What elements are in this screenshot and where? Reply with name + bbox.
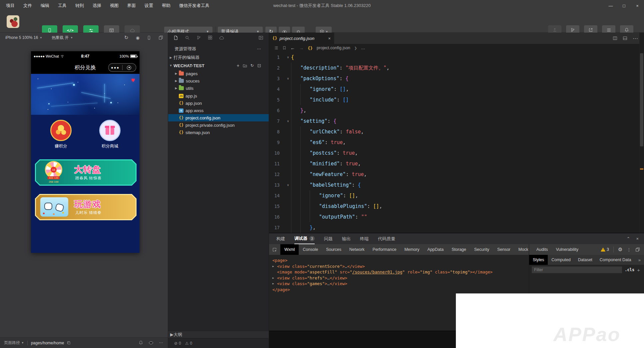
close-button[interactable]: × [631,0,644,11]
folder-pages[interactable]: ▶ pages [168,70,269,77]
refresh-icon[interactable]: ↻ [250,63,254,68]
menu-devtools[interactable]: 微信开发者工具 [179,3,209,9]
record-icon[interactable]: ◉ [136,35,140,40]
collapse-all-icon[interactable] [257,64,261,68]
outline-icon[interactable] [274,46,278,50]
devtools-tab-console[interactable]: Console [299,244,322,255]
tab-output[interactable]: 输出 [342,233,351,244]
scrollbar[interactable] [639,33,644,233]
menu-settings[interactable]: 设置 [145,3,153,9]
new-rule-button[interactable]: + [637,267,641,273]
lucky-wheel-banner[interactable]: 18 888 188 268 168 大转盘 踏春风 转惊喜 [35,159,137,186]
tab-debugger[interactable]: 调试器 3 [294,233,315,244]
folder-utils[interactable]: ▶ utils [168,85,269,92]
file-app-json[interactable]: {} app.json [168,99,269,107]
more-icon[interactable]: ⋯ [159,340,163,345]
file-sitemap-json[interactable]: {} sitemap.json [168,129,269,136]
toggle-panel-icon[interactable] [623,36,627,41]
style-filter-input[interactable] [532,266,622,273]
page-path-selector[interactable]: 页面路径 ▼ [0,340,24,346]
devtools-tab-sensor[interactable]: Sensor [493,244,514,255]
project-root-item[interactable]: ▼ WECHAT-TEST + ↻ [168,62,269,69]
eye-icon[interactable] [149,340,154,345]
devtools-tab-sources[interactable]: Sources [322,244,345,255]
devtools-tab-storage[interactable]: Storage [448,244,470,255]
file-project-config-json[interactable]: {} project.config.json [168,114,269,121]
bookmark-icon[interactable] [282,46,286,50]
more-icon[interactable]: ⋯ [633,35,638,42]
errors-count[interactable]: ⊘0 [174,341,181,346]
menu-interface[interactable]: 界面 [127,3,136,9]
tab-terminal[interactable]: 终端 [360,233,369,244]
earn-points-shortcut[interactable]: 赚积分 [50,120,72,149]
multi-window-icon[interactable] [159,35,163,40]
devtools-tab-appdata[interactable]: AppData [424,244,448,255]
tab-problems[interactable]: 问题 [324,233,333,244]
close-tab-icon[interactable]: × [328,36,331,41]
hot-reload-toggle[interactable]: 热重载 开▼ [42,35,73,41]
menu-view[interactable]: 视图 [110,3,119,9]
top-banner-image[interactable]: ♥ [31,74,140,115]
tab-build[interactable]: 构建 [276,233,285,244]
avatar[interactable] [7,15,19,28]
more-menu-button[interactable]: ●●● [109,66,122,70]
menu-goto[interactable]: 转到 [75,3,84,9]
refresh-icon[interactable]: ↻ [124,35,129,41]
file-project-private-config-json[interactable]: {} project.private.config.json [168,121,269,129]
points-mall-shortcut[interactable]: 积分商城 [99,120,121,149]
maximize-button[interactable]: □ [617,0,631,11]
minimize-button[interactable]: — [604,0,617,11]
device-icon[interactable] [147,36,151,40]
devtools-tab-memory[interactable]: Memory [400,244,423,255]
breadcrumb-more[interactable]: … [361,46,365,50]
menu-tools[interactable]: 工具 [58,3,67,9]
new-folder-icon[interactable] [243,64,247,68]
split-editor-icon[interactable] [613,36,617,41]
scrollbar-thumb[interactable] [640,53,643,146]
devtools-tab-wxml[interactable]: Wxml [280,244,299,255]
tab-styles[interactable]: Styles [529,255,548,265]
source-control-icon[interactable] [196,35,201,40]
more-tabs-icon[interactable]: » [638,258,644,262]
toggle-class-button[interactable]: .cls [625,267,634,272]
tab-project-config-json[interactable]: {} project.config.json × [269,33,334,44]
search-icon[interactable] [185,35,190,40]
chevron-up-icon[interactable]: ⌃ [627,236,630,241]
device-selector[interactable]: iPhone 5 100% 16▼ [0,35,42,40]
open-editors-section[interactable]: ▶ 打开的编辑器 [168,54,269,61]
play-game-banner[interactable]: 玩游戏 儿时乐 猜猜拳 [35,194,137,220]
menu-help[interactable]: 帮助 [162,3,170,9]
inspect-element-icon[interactable] [269,244,280,255]
devtools-tab-security[interactable]: Security [470,244,493,255]
devtools-tab-network[interactable]: Network [345,244,369,255]
more-icon[interactable]: … [257,45,261,50]
extensions-icon[interactable] [208,35,212,40]
back-icon[interactable]: ← [290,45,295,51]
file-app-wxss[interactable]: S app.wxss [168,107,269,114]
menu-project[interactable]: 项目 [6,3,15,9]
code-area[interactable]: 1∨{ 2"description": "项目配置文件。", 3∨"packOp… [269,52,639,233]
close-capsule-button[interactable] [123,66,136,70]
tab-component-data[interactable]: Component Data [596,255,635,265]
notification-icon[interactable] [139,340,143,345]
breadcrumb-file[interactable]: project.config.json [317,46,350,50]
copy-icon[interactable] [67,341,71,345]
heart-icon[interactable]: ♥ [131,77,135,84]
forward-icon[interactable]: → [299,45,304,51]
tab-computed[interactable]: Computed [548,255,574,265]
tab-code-quality[interactable]: 代码质量 [378,233,395,244]
files-icon[interactable] [173,35,178,40]
cloud-icon[interactable] [219,35,224,40]
file-app-js[interactable]: JS app.js [168,92,269,99]
close-panel-icon[interactable]: × [636,236,639,241]
outline-section[interactable]: ▶ 大纲 [168,331,269,338]
devtools-tab-performance[interactable]: Performance [369,244,401,255]
menu-edit[interactable]: 编辑 [41,3,49,9]
menu-file[interactable]: 文件 [23,3,32,9]
tab-dataset[interactable]: Dataset [574,255,596,265]
collapse-sidebar-icon[interactable] [258,35,263,40]
warnings-count[interactable]: ⚠0 [185,341,192,346]
folder-souces[interactable]: ▶ souces [168,77,269,85]
new-file-icon[interactable]: + [237,63,239,68]
menu-select[interactable]: 选择 [93,3,101,9]
